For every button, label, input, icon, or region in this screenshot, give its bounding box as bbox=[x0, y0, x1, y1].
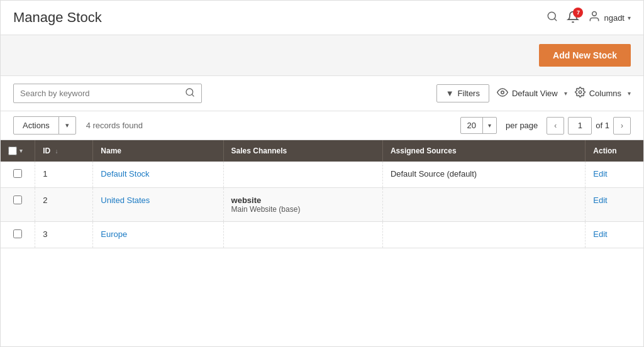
filter-bar: ▼ Filters Default View ▾ bbox=[1, 76, 643, 111]
th-id[interactable]: ID ↓ bbox=[35, 140, 93, 162]
actions-label: Actions bbox=[14, 117, 59, 134]
th-id-label: ID bbox=[43, 146, 50, 155]
user-menu[interactable]: ngadt ▾ bbox=[588, 10, 631, 26]
user-avatar-icon bbox=[588, 10, 601, 26]
row-checkbox-3[interactable] bbox=[13, 229, 22, 238]
th-name-label: Name bbox=[101, 146, 121, 155]
edit-link-2[interactable]: Edit bbox=[593, 196, 607, 205]
columns-dropdown-arrow[interactable]: ▾ bbox=[628, 90, 631, 97]
td-action-3: Edit bbox=[586, 222, 643, 248]
table-row: 3 Europe Edit bbox=[1, 222, 643, 248]
prev-page-button[interactable]: ‹ bbox=[547, 117, 564, 135]
stock-name-link-2[interactable]: United States bbox=[101, 196, 150, 205]
table-row: 1 Default Stock Default Source (default)… bbox=[1, 162, 643, 188]
per-page-value: 20 bbox=[461, 118, 483, 133]
edit-link-3[interactable]: Edit bbox=[593, 229, 607, 239]
th-name[interactable]: Name bbox=[93, 140, 223, 162]
per-page-select[interactable]: 20 ▾ bbox=[460, 117, 497, 134]
per-page-label: per page bbox=[506, 121, 538, 130]
td-name-1: Default Stock bbox=[93, 162, 223, 188]
stock-table: ▾ ID ↓ Name Sales Channels Assigned Sou bbox=[1, 140, 643, 248]
svg-point-5 bbox=[501, 91, 504, 94]
td-sales-3 bbox=[223, 222, 382, 248]
td-id-3: 3 bbox=[35, 222, 93, 248]
td-name-3: Europe bbox=[93, 222, 223, 248]
username-label: ngadt bbox=[604, 13, 625, 23]
eye-icon bbox=[497, 87, 508, 101]
action-toolbar: Add New Stock bbox=[1, 35, 643, 76]
th-action-label: Action bbox=[593, 146, 616, 155]
page-header: Manage Stock 7 bbox=[1, 1, 643, 35]
columns-label: Columns bbox=[589, 89, 621, 98]
user-dropdown-arrow[interactable]: ▾ bbox=[628, 14, 631, 21]
svg-point-2 bbox=[592, 11, 597, 16]
filters-button[interactable]: ▼ Filters bbox=[436, 84, 489, 102]
search-wrapper bbox=[13, 84, 202, 103]
search-submit-icon[interactable] bbox=[185, 87, 195, 99]
td-id-2: 2 bbox=[35, 188, 93, 222]
view-selector[interactable]: Default View ▾ bbox=[497, 87, 567, 101]
td-checkbox-3[interactable] bbox=[1, 222, 35, 248]
gear-icon bbox=[575, 87, 586, 100]
row-checkbox-1[interactable] bbox=[13, 169, 22, 178]
next-page-button[interactable]: › bbox=[613, 117, 631, 135]
table-row: 2 United States website Main Website (ba… bbox=[1, 188, 643, 222]
svg-line-1 bbox=[555, 18, 557, 20]
td-action-1: Edit bbox=[586, 162, 643, 188]
svg-line-4 bbox=[192, 94, 194, 96]
edit-link-1[interactable]: Edit bbox=[593, 169, 607, 179]
td-checkbox-2[interactable] bbox=[1, 188, 35, 222]
notifications-bell[interactable]: 7 bbox=[567, 11, 579, 25]
td-name-2: United States bbox=[93, 188, 223, 222]
actions-dropdown[interactable]: Actions ▾ bbox=[13, 116, 76, 135]
sort-id-icon[interactable]: ↓ bbox=[55, 148, 58, 155]
select-all-checkbox[interactable] bbox=[8, 146, 17, 155]
notification-count: 7 bbox=[573, 8, 583, 18]
td-sales-1 bbox=[223, 162, 382, 188]
pagination: 20 ▾ per page ‹ of 1 › bbox=[460, 117, 631, 135]
th-select-all[interactable]: ▾ bbox=[1, 140, 35, 162]
td-checkbox-1[interactable] bbox=[1, 162, 35, 188]
td-sources-2 bbox=[382, 188, 585, 222]
header-tools: 7 ngadt ▾ bbox=[547, 10, 631, 26]
content-area: Add New Stock ▼ Filters bbox=[1, 35, 643, 248]
th-sales-label: Sales Channels bbox=[231, 146, 287, 155]
svg-point-6 bbox=[579, 91, 581, 93]
th-sales-channels[interactable]: Sales Channels bbox=[223, 140, 382, 162]
filter-icon: ▼ bbox=[446, 89, 454, 98]
view-dropdown-arrow[interactable]: ▾ bbox=[564, 90, 567, 97]
table-header-row: ▾ ID ↓ Name Sales Channels Assigned Sou bbox=[1, 140, 643, 162]
stock-name-link-1[interactable]: Default Stock bbox=[101, 169, 149, 179]
sales-channel-sub-2: Main Website (base) bbox=[231, 205, 375, 214]
add-new-stock-button[interactable]: Add New Stock bbox=[539, 44, 631, 67]
th-sources-label: Assigned Sources bbox=[391, 146, 457, 155]
columns-selector[interactable]: Columns ▾ bbox=[575, 87, 631, 100]
filters-label: Filters bbox=[458, 89, 480, 98]
td-sources-1: Default Source (default) bbox=[382, 162, 585, 188]
td-sources-3 bbox=[382, 222, 585, 248]
records-count: 4 records found bbox=[86, 121, 143, 130]
td-id-1: 1 bbox=[35, 162, 93, 188]
page-of-label: of 1 bbox=[596, 121, 609, 130]
td-sales-2: website Main Website (base) bbox=[223, 188, 382, 222]
th-assigned-sources[interactable]: Assigned Sources bbox=[382, 140, 585, 162]
actions-caret-icon[interactable]: ▾ bbox=[59, 118, 75, 133]
td-action-2: Edit bbox=[586, 188, 643, 222]
stock-name-link-3[interactable]: Europe bbox=[101, 229, 127, 239]
page-number-input[interactable] bbox=[568, 117, 592, 135]
view-label: Default View bbox=[512, 89, 558, 98]
select-all-caret[interactable]: ▾ bbox=[19, 148, 23, 154]
row-checkbox-2[interactable] bbox=[13, 196, 22, 204]
actions-bar: Actions ▾ 4 records found 20 ▾ per page … bbox=[1, 111, 643, 140]
per-page-caret-icon[interactable]: ▾ bbox=[483, 119, 496, 132]
sales-channel-bold-2: website bbox=[231, 196, 375, 205]
search-icon[interactable] bbox=[547, 11, 558, 25]
page-title: Manage Stock bbox=[13, 9, 102, 26]
search-input[interactable] bbox=[20, 89, 180, 98]
th-action: Action bbox=[586, 140, 643, 162]
